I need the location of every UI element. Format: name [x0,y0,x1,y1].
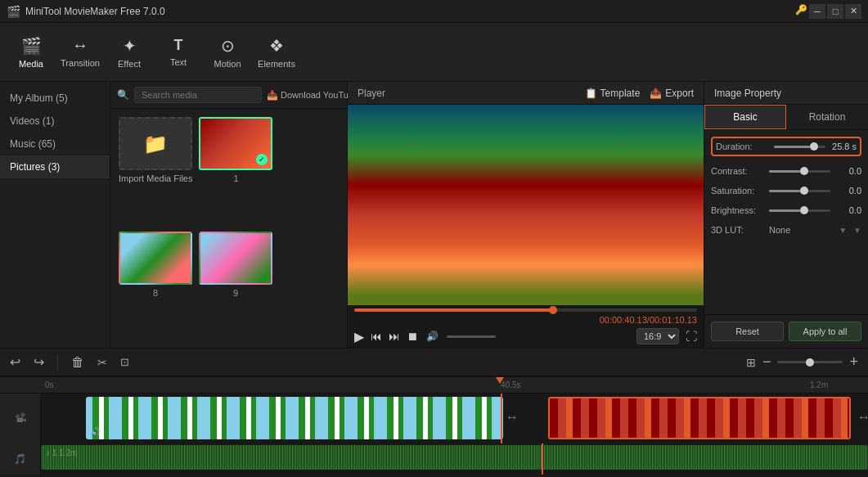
search-icon: 🔍 [117,89,129,101]
reset-button[interactable]: Reset [711,322,784,341]
duration-label: Duration: [716,142,769,151]
play-button[interactable]: ▶ [354,329,364,344]
brightness-value: 0.0 [835,205,861,215]
stop-button[interactable]: ⏹ [407,330,418,343]
sidebar-item-videos[interactable]: Videos (1) [0,110,110,133]
player-header: Player 📋 Template 📤 Export [348,82,704,105]
prev-frame-button[interactable]: ⏮ [371,330,382,343]
video-area [348,105,704,305]
brightness-label: Brightness: [711,205,764,215]
sidebar-item-myalbum[interactable]: My Album (5) [0,87,110,110]
zoom-out-button[interactable]: − [762,353,771,371]
zoom-in-button[interactable]: + [849,353,858,371]
volume-icon: 🔊 [425,331,440,342]
contrast-slider[interactable] [769,170,830,173]
audio-track: 🎵 ♪ 1 1.2m [0,443,868,475]
text-icon: T [174,37,183,54]
brightness-slider[interactable] [769,209,830,212]
zoom-handle[interactable] [806,358,814,367]
sidebar-item-pictures[interactable]: Pictures (3) [0,155,110,178]
elements-icon: ❖ [269,36,284,56]
titlebar: 🎬 MiniTool MovieMaker Free 7.0.0 🔑 ─ □ ✕ [0,0,868,23]
minimize-button[interactable]: ─ [809,4,825,19]
brightness-row: Brightness: 0.0 [711,205,861,215]
apply-to-all-button[interactable]: Apply to all [789,322,861,341]
fullscreen-button[interactable]: ⛶ [686,330,697,343]
toolbar-item-motion[interactable]: ⊙ Motion [203,28,252,77]
toolbar-item-media[interactable]: 🎬 Media [7,28,56,77]
tab-basic[interactable]: Basic [704,105,786,129]
zoom-slider[interactable] [777,361,843,363]
duration-row: Duration: 25.8 s [716,142,857,151]
duration-row-highlighted: Duration: 25.8 s [711,137,861,156]
duration-slider[interactable] [774,146,825,148]
close-button[interactable]: ✕ [845,4,861,19]
properties-content: Duration: 25.8 s Contrast: 0.0 [704,130,868,314]
crop-button[interactable]: ⊡ [120,356,129,368]
video-track-icon: 📽 [15,412,26,425]
toolbar-item-transition[interactable]: ↔ Transition [56,28,105,77]
video-track: 📽 🔊 ↔ × ↔ [0,394,868,443]
player-controls: ▶ ⏮ ⏭ ⏹ 🔊 16:9 4:3 1:1 ⛶ [348,325,704,348]
volume-slider[interactable] [447,335,496,338]
track-arrow-right: ↔ [857,410,868,425]
transition-icon: ↔ [72,36,88,55]
timeline-ruler: 0s 40.5s 1.2m [0,377,868,394]
template-button[interactable]: 📋 Template [585,88,641,99]
export-icon: 📤 [650,88,662,99]
video-clip-red[interactable]: × [548,397,851,439]
audio-clip[interactable]: ♪ 1 1.2m [41,445,868,470]
media-thumb-1[interactable]: ✓ [199,117,272,170]
progress-bar[interactable] [354,308,697,312]
video-clip-white[interactable]: 🔊 [86,397,503,439]
volume-indicator: 🔊 [91,427,101,436]
minimize-icon: 🔑 [795,4,807,19]
progress-fill [354,308,553,312]
restore-button[interactable]: □ [827,4,843,19]
import-media-item: 📁 Import Media Files [119,117,192,225]
media-icon: 🎬 [21,36,42,56]
ruler-mark-1m2: 1.2m [810,380,828,389]
main-area: My Album (5) Videos (1) Music (65) Pictu… [0,82,868,348]
media-thumb-9[interactable] [199,232,272,285]
player-title: Player [358,88,385,99]
properties-panel: Image Property Basic Rotation Duration: … [704,82,868,348]
progress-handle[interactable] [549,306,557,314]
audio-info: ♪ 1 1.2m [46,448,77,457]
app-title: MiniTool MovieMaker Free 7.0.0 [25,6,795,17]
app-icon: 🎬 [7,5,20,18]
undo-button[interactable]: ↩ [10,354,20,370]
audio-track-label: 🎵 [0,443,41,475]
lut-expand-icon: ▼ [853,226,861,235]
player-progress-bar-container [348,305,704,315]
motion-icon: ⊙ [221,36,235,56]
media-item-8: 8 [119,232,192,340]
zoom-controls: ⊞ − + [746,353,858,371]
timeline: 0s 40.5s 1.2m 📽 🔊 ↔ × ↔ [0,376,868,475]
bottom-toolbar: ↩ ↪ 🗑 ✂ ⊡ ⊞ − + [0,348,868,376]
toolbar-item-elements[interactable]: ❖ Elements [252,28,301,77]
aspect-ratio-select[interactable]: 16:9 4:3 1:1 [636,328,679,344]
saturation-value: 0.0 [835,186,861,196]
track-arrow-between: ↔ [506,410,519,425]
saturation-slider[interactable] [769,190,830,192]
search-input[interactable] [134,87,262,103]
media-thumb-8[interactable] [119,232,192,285]
media-item-9: 9 [199,232,272,340]
toolbar-divider-1 [57,354,58,371]
properties-header: Image Property [704,82,868,105]
lut-value: None [769,225,834,235]
cut-button[interactable]: ✂ [97,356,107,369]
ruler-mark-0s: 0s [45,380,54,389]
tab-rotation[interactable]: Rotation [786,105,868,129]
toolbar-item-text[interactable]: T Text [154,28,203,77]
video-track-label: 📽 [0,394,41,443]
sidebar-item-music[interactable]: Music (65) [0,133,110,155]
split-audio-button[interactable]: ⊞ [746,356,756,369]
redo-button[interactable]: ↪ [34,354,44,370]
import-thumb[interactable]: 📁 [119,117,192,170]
delete-button[interactable]: 🗑 [71,355,84,370]
next-frame-button[interactable]: ⏭ [389,330,400,343]
toolbar-item-effect[interactable]: ✦ Effect [105,28,154,77]
export-button[interactable]: 📤 Export [650,88,694,99]
